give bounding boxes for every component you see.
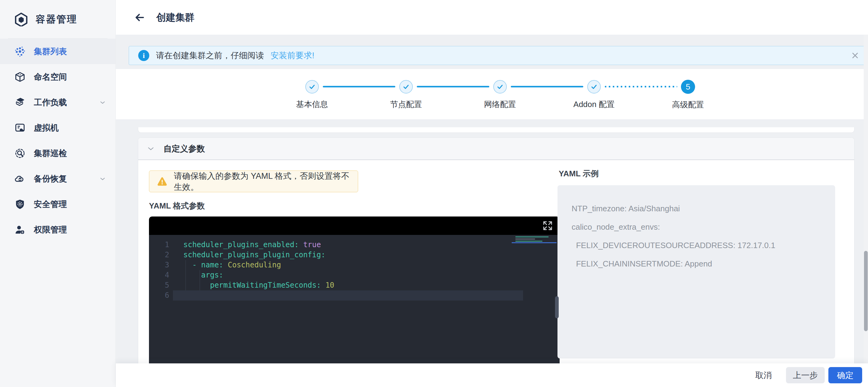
minimap-viewport — [512, 242, 557, 243]
namespace-cube-icon — [14, 71, 26, 83]
page-content: i 请在创建集群之前，仔细阅读 安装前要求! 基本信息 — [116, 35, 868, 387]
step-label: 节点配置 — [390, 99, 422, 110]
step-wizard: 基本信息 节点配置 网络配置 — [265, 80, 735, 110]
sidebar-item-label: 备份恢复 — [34, 173, 67, 184]
confirm-button[interactable]: 确定 — [828, 367, 862, 383]
sidebar-item-label: 安全管理 — [34, 199, 67, 210]
code-line: - name: Coscheduling — [183, 260, 334, 270]
cancel-button[interactable]: 取消 — [748, 367, 779, 383]
step-label: 基本信息 — [296, 99, 328, 110]
section-title: 自定义参数 — [163, 143, 205, 154]
backup-cloud-icon — [14, 173, 26, 185]
sidebar-item-label: 集群列表 — [34, 46, 67, 57]
step-node-config[interactable]: 节点配置 — [359, 80, 453, 110]
sidebar-nav: 集群列表 命名空间 工作负载 — [0, 39, 116, 242]
steps-band: 基本信息 节点配置 网络配置 — [116, 69, 868, 119]
sidebar-item-label: 集群巡检 — [34, 148, 67, 159]
close-icon[interactable] — [850, 51, 860, 60]
chevron-down-icon — [99, 175, 106, 182]
sidebar-item-label: 命名空间 — [34, 71, 67, 82]
banner-text: 请在创建集群之前，仔细阅读 — [156, 50, 264, 61]
code-line — [183, 290, 334, 301]
custom-params-header[interactable]: 自定义参数 — [138, 138, 854, 160]
app-logo-icon — [14, 12, 28, 26]
step-addon-config[interactable]: Addon 配置 — [547, 80, 641, 110]
previous-step-button[interactable]: 上一步 — [786, 367, 825, 383]
sidebar-item-security[interactable]: 安全管理 — [0, 191, 116, 217]
permission-user-icon — [14, 224, 26, 236]
editor-scrollbar-thumb[interactable] — [555, 296, 559, 318]
step-advanced-config[interactable]: 5 高级配置 — [641, 80, 735, 110]
code-line: args: — [183, 270, 334, 280]
back-button[interactable] — [133, 11, 147, 24]
step-label: Addon 配置 — [574, 99, 615, 110]
yaml-editor: 1 2 3 4 5 6 scheduler_plugins_enabled: t… — [149, 216, 560, 387]
editor-toolbar — [149, 216, 560, 235]
page-scrollbar-track — [864, 35, 868, 387]
page-title: 创建集群 — [156, 11, 194, 24]
security-shield-icon — [14, 199, 26, 210]
app-logo-row: 容器管理 — [0, 0, 116, 38]
yaml-format-warning: 请确保输入的参数为 YAML 格式，否则设置将不生效。 — [149, 171, 358, 192]
minimap — [516, 237, 552, 243]
code-line: permitWaitingTimeSeconds: 10 — [183, 280, 334, 290]
step-done-icon — [305, 80, 319, 94]
example-line: FELIX_DEVICEROUTESOURCEADDRESS: 172.17.0… — [571, 236, 835, 254]
step-done-icon — [587, 80, 601, 94]
yaml-example-panel: YAML 示例 NTP_timezone: Asia/Shanghai cali… — [559, 168, 836, 358]
step-number: 5 — [686, 82, 690, 92]
example-line: NTP_timezone: Asia/Shanghai — [571, 199, 835, 218]
custom-params-card: 自定义参数 请确保输入的参数为 YAML 格式，否则设置将不生效。 YAM — [138, 137, 855, 387]
sidebar-item-cluster-list[interactable]: 集群列表 — [0, 39, 116, 64]
page-header: 创建集群 — [116, 0, 868, 35]
code-line: scheduler_plugins_plugin_config: — [183, 250, 334, 260]
collapse-chevron-icon — [147, 145, 155, 153]
step-done-icon — [493, 80, 507, 94]
custom-params-body: 请确保输入的参数为 YAML 格式，否则设置将不生效。 YAML 格式参数 — [138, 160, 854, 387]
previous-card-bottom — [138, 127, 855, 133]
step-label: 网络配置 — [484, 99, 516, 110]
page-scrollbar-thumb[interactable] — [864, 251, 868, 331]
sidebar-item-label: 权限管理 — [34, 224, 67, 235]
vm-icon — [14, 122, 26, 134]
info-banner: i 请在创建集群之前，仔细阅读 安装前要求! — [129, 46, 868, 65]
sidebar-item-label: 工作负载 — [34, 97, 67, 108]
sidebar-item-workloads[interactable]: 工作负载 — [0, 90, 116, 115]
step-basic-info[interactable]: 基本信息 — [265, 80, 359, 110]
example-line: FELIX_CHAININSERTMODE: Append — [571, 254, 835, 273]
pre-install-requirements-link[interactable]: 安装前要求! — [271, 50, 314, 61]
step-done-icon — [399, 80, 413, 94]
sidebar-item-vm[interactable]: 虚拟机 — [0, 115, 116, 140]
code-line: scheduler_plugins_enabled: true — [183, 240, 334, 250]
fullscreen-icon[interactable] — [542, 220, 553, 231]
sidebar: 容器管理 集群列表 命名空间 — [0, 0, 116, 387]
warning-text: 请确保输入的参数为 YAML 格式，否则设置将不生效。 — [174, 171, 350, 192]
main-area: 创建集群 i 请在创建集群之前，仔细阅读 安装前要求! 基本信息 — [116, 0, 868, 387]
example-line: calico_node_extra_envs: — [571, 218, 835, 236]
info-icon: i — [138, 50, 149, 61]
footer-action-bar: 取消 上一步 确定 — [116, 363, 868, 387]
chevron-down-icon — [99, 99, 106, 106]
sidebar-item-namespace[interactable]: 命名空间 — [0, 64, 116, 90]
cluster-dots-icon — [14, 46, 26, 57]
step-network-config[interactable]: 网络配置 — [453, 80, 547, 110]
inspection-icon — [14, 147, 26, 159]
warning-icon — [157, 176, 168, 187]
step-current-circle: 5 — [681, 80, 695, 94]
example-label: YAML 示例 — [559, 168, 836, 179]
sidebar-item-permission[interactable]: 权限管理 — [0, 217, 116, 242]
sidebar-item-inspection[interactable]: 集群巡检 — [0, 140, 116, 166]
sidebar-item-label: 虚拟机 — [34, 122, 59, 133]
step-label: 高级配置 — [672, 99, 704, 110]
workload-layers-icon — [14, 97, 26, 108]
sidebar-item-backup[interactable]: 备份恢复 — [0, 166, 116, 191]
app-title: 容器管理 — [36, 13, 78, 26]
yaml-example-box: NTP_timezone: Asia/Shanghai calico_node_… — [557, 185, 835, 358]
